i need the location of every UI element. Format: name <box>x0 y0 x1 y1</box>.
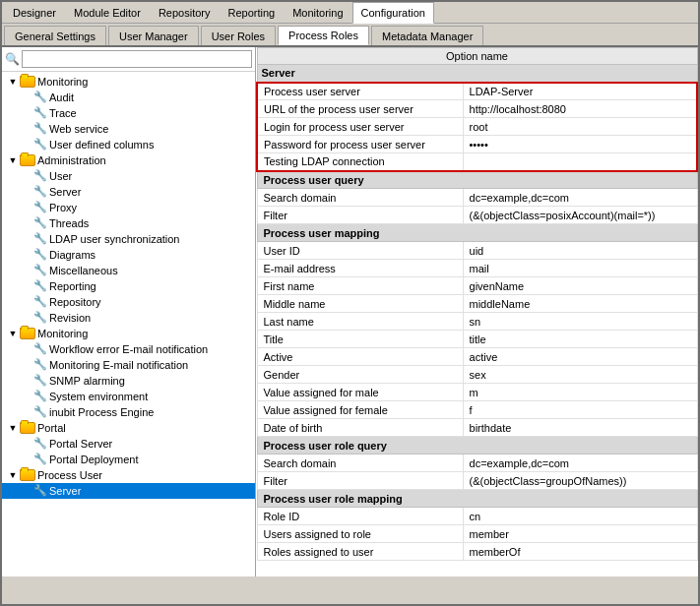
tree-item-threads[interactable]: 🔧 Threads <box>2 215 255 231</box>
row-process-user-server[interactable]: Process user server LDAP-Server <box>257 83 697 100</box>
tree-item-system-env[interactable]: 🔧 System environment <box>2 389 255 404</box>
wrench-icon: 🔧 <box>33 311 47 325</box>
row-url-process-user-server[interactable]: URL of the process user server http://lo… <box>257 100 697 118</box>
tree-label: Administration <box>37 154 106 166</box>
row-login-process-user-server[interactable]: Login for process user server root <box>257 118 697 136</box>
folder-icon <box>20 422 35 434</box>
wrench-icon: 🔧 <box>33 248 47 262</box>
wrench-icon: 🔧 <box>33 374 47 388</box>
tree-item-portal-deployment[interactable]: 🔧 Portal Deployment <box>2 452 255 467</box>
row-male-value[interactable]: Value assigned for male m <box>257 384 697 401</box>
row-first-name[interactable]: First name givenName <box>257 277 697 295</box>
tree-item-revision[interactable]: 🔧 Revision <box>2 310 255 326</box>
row-search-domain-2[interactable]: Search domain dc=example,dc=com <box>257 454 697 472</box>
tab-metadata-manager[interactable]: Metadata Manager <box>371 26 483 45</box>
tree-item-server-admin[interactable]: 🔧 Server <box>2 184 255 200</box>
wrench-icon: 🔧 <box>33 453 47 466</box>
wrench-icon: 🔧 <box>33 264 47 277</box>
tree-item-reporting[interactable]: 🔧 Reporting <box>2 278 255 294</box>
menu-bar: Designer Module Editor Repository Report… <box>2 2 698 24</box>
tree-item-monitoring-email[interactable]: 🔧 Monitoring E-mail notification <box>2 357 255 373</box>
tree-container: ▼ Monitoring 🔧 Audit 🔧 Trace 🔧 Web servi… <box>2 72 255 576</box>
row-filter-1[interactable]: Filter (&(objectClass=posixAccount)(mail… <box>257 207 697 224</box>
section-server: Server <box>257 65 697 83</box>
tab-user-roles[interactable]: User Roles <box>201 26 276 45</box>
left-panel: 🔍 ▼ Monitoring 🔧 Audit 🔧 Trace <box>2 47 256 576</box>
wrench-icon: 🔧 <box>33 295 47 309</box>
tree-item-inubit-engine[interactable]: 🔧 inubit Process Engine <box>2 404 255 420</box>
row-roles-assigned-to-user[interactable]: Roles assigned to user memberOf <box>257 543 697 561</box>
search-bar: 🔍 <box>2 47 255 72</box>
wrench-icon: 🔧 <box>33 201 47 214</box>
folder-icon <box>20 154 35 166</box>
tree-item-proxy[interactable]: 🔧 Proxy <box>2 200 255 215</box>
row-email-address[interactable]: E-mail address mail <box>257 260 697 277</box>
tree-group-monitoring-1[interactable]: ▼ Monitoring <box>2 74 255 90</box>
section-process-user-query: Process user query <box>257 171 697 189</box>
tab-user-manager[interactable]: User Manager <box>108 26 199 45</box>
wrench-icon: 🔧 <box>33 138 47 152</box>
tree-item-portal-server[interactable]: 🔧 Portal Server <box>2 436 255 452</box>
menu-repository[interactable]: Repository <box>150 2 220 24</box>
wrench-icon: 🔧 <box>33 169 47 183</box>
expand-icon: ▼ <box>6 421 20 435</box>
menu-reporting[interactable]: Reporting <box>219 2 284 24</box>
wrench-icon: 🔧 <box>33 390 47 403</box>
menu-monitoring[interactable]: Monitoring <box>284 2 351 24</box>
tree-item-process-user-server[interactable]: 🔧 Server <box>2 483 255 499</box>
folder-icon <box>20 328 35 339</box>
expand-icon: ▼ <box>6 75 20 89</box>
section-process-user-mapping: Process user mapping <box>257 224 697 242</box>
expand-icon: ▼ <box>6 327 20 340</box>
row-gender[interactable]: Gender sex <box>257 366 697 384</box>
menu-configuration[interactable]: Configuration <box>352 2 434 24</box>
tab-general-settings[interactable]: General Settings <box>4 26 106 45</box>
tree-group-monitoring-2[interactable]: ▼ Monitoring <box>2 326 255 341</box>
wrench-icon: 🔧 <box>33 232 47 246</box>
row-title[interactable]: Title title <box>257 331 697 348</box>
row-role-id[interactable]: Role ID cn <box>257 508 697 525</box>
wrench-icon: 🔧 <box>33 216 47 230</box>
wrench-icon: 🔧 <box>33 279 47 293</box>
wrench-icon: 🔧 <box>33 122 47 136</box>
search-input[interactable] <box>22 50 252 68</box>
tree-item-workflow-error[interactable]: 🔧 Workflow error E-mail notification <box>2 341 255 357</box>
tree-item-web-service[interactable]: 🔧 Web service <box>2 121 255 137</box>
tree-label: Portal <box>37 422 66 434</box>
tree-group-process-user[interactable]: ▼ Process User <box>2 467 255 483</box>
wrench-icon: 🔧 <box>33 437 47 451</box>
tree-item-trace[interactable]: 🔧 Trace <box>2 105 255 121</box>
row-female-value[interactable]: Value assigned for female f <box>257 401 697 419</box>
tree-item-snmp[interactable]: 🔧 SNMP alarming <box>2 373 255 389</box>
folder-icon <box>20 469 35 481</box>
wrench-icon: 🔧 <box>33 405 47 419</box>
main-window: Designer Module Editor Repository Report… <box>0 0 700 606</box>
row-active[interactable]: Active active <box>257 348 697 366</box>
tree-item-user[interactable]: 🔧 User <box>2 168 255 184</box>
row-password-process-user-server[interactable]: Password for process user server ••••• <box>257 136 697 153</box>
tree-group-administration[interactable]: ▼ Administration <box>2 152 255 168</box>
wrench-icon: 🔧 <box>33 185 47 199</box>
tree-item-miscellaneous[interactable]: 🔧 Miscellaneous <box>2 263 255 278</box>
menu-module-editor[interactable]: Module Editor <box>65 2 150 24</box>
row-last-name[interactable]: Last name sn <box>257 313 697 331</box>
row-testing-ldap[interactable]: Testing LDAP connection <box>257 153 697 171</box>
tree-item-diagrams[interactable]: 🔧 Diagrams <box>2 247 255 263</box>
tab-process-roles[interactable]: Process Roles <box>278 26 369 45</box>
sub-tab-bar: General Settings User Manager User Roles… <box>2 24 698 47</box>
tree-item-user-defined-columns[interactable]: 🔧 User defined columns <box>2 137 255 152</box>
row-user-id[interactable]: User ID uid <box>257 242 697 260</box>
row-search-domain-1[interactable]: Search domain dc=example,dc=com <box>257 189 697 207</box>
row-middle-name[interactable]: Middle name middleName <box>257 295 697 313</box>
wrench-icon: 🔧 <box>33 106 47 120</box>
tree-item-repository[interactable]: 🔧 Repository <box>2 294 255 310</box>
tree-item-audit[interactable]: 🔧 Audit <box>2 90 255 105</box>
row-filter-2[interactable]: Filter (&(objectClass=groupOfNames)) <box>257 472 697 490</box>
tree-item-ldap-sync[interactable]: 🔧 LDAP user synchronization <box>2 231 255 247</box>
row-date-of-birth[interactable]: Date of birth birthdate <box>257 419 697 437</box>
tree-group-portal[interactable]: ▼ Portal <box>2 420 255 436</box>
wrench-icon: 🔧 <box>33 342 47 356</box>
row-users-assigned-to-role[interactable]: Users assigned to role member <box>257 525 697 543</box>
section-process-user-role-query: Process user role query <box>257 437 697 454</box>
menu-designer[interactable]: Designer <box>4 2 65 24</box>
